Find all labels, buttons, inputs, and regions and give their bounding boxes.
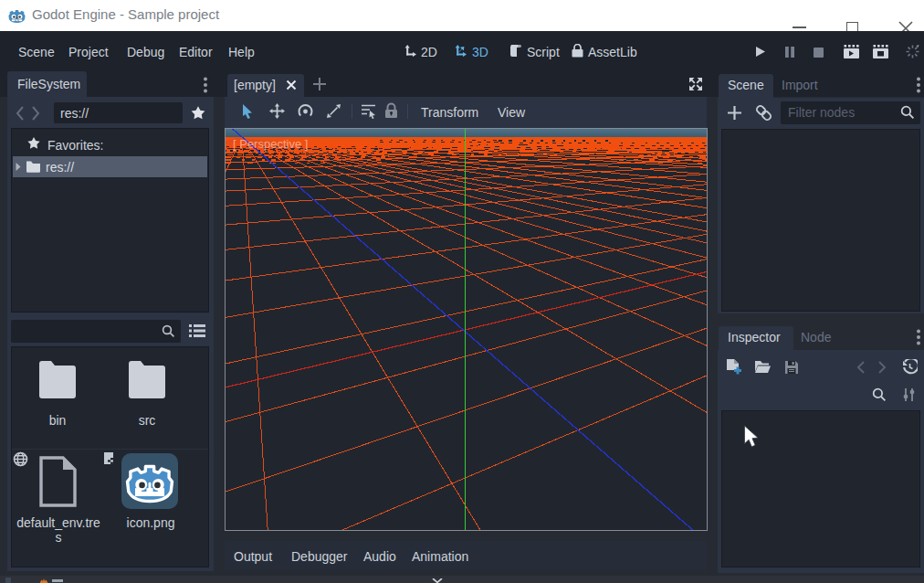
svg-text:[ Perspective ]: [ Perspective ] [233, 137, 308, 151]
